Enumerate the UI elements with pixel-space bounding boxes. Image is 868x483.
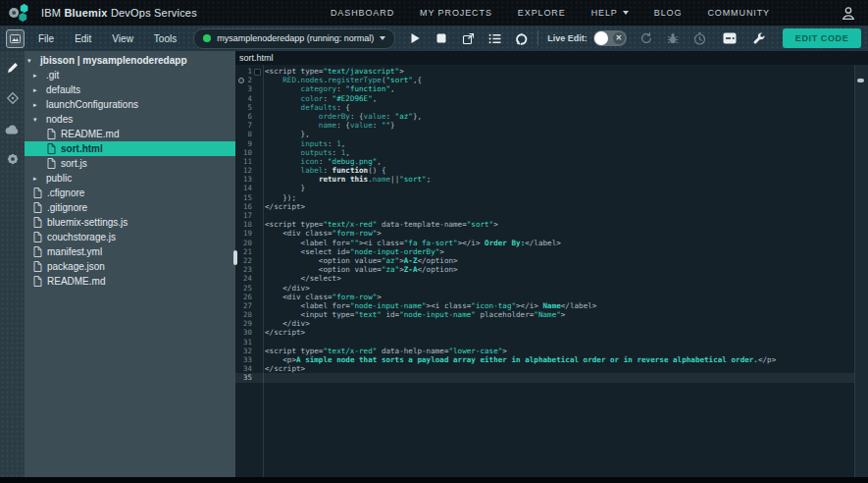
code-line[interactable]: 35 xyxy=(235,373,855,382)
code-line-text: }, xyxy=(265,130,310,138)
tree-item-.cfignore[interactable]: .cfignore xyxy=(25,186,235,200)
nav-link-explore[interactable]: EXPLORE xyxy=(518,8,566,18)
code-line[interactable]: 34</script> xyxy=(235,364,855,373)
tree-item-couchstorage.js[interactable]: couchstorage.js xyxy=(25,230,235,244)
tree-item-.git[interactable]: ▸.git xyxy=(25,68,235,82)
user-avatar-icon[interactable] xyxy=(841,5,856,21)
tree-item-readme.md[interactable]: README.md xyxy=(25,274,235,289)
code-line[interactable]: 30</script> xyxy=(235,328,855,337)
code-line[interactable]: 20 <label for=""><i class="fa fa-sort"><… xyxy=(235,239,855,247)
project-thumbnail-icon[interactable] xyxy=(6,29,25,48)
code-line[interactable]: 23 <option value="za">Z-A</option> xyxy=(235,265,855,274)
menu-tools[interactable]: Tools xyxy=(154,33,177,44)
nav-link-community[interactable]: COMMUNITY xyxy=(707,8,770,18)
refresh-icon[interactable] xyxy=(638,30,654,46)
code-line[interactable]: 16</script> xyxy=(235,202,855,211)
code-line[interactable]: 10 outputs: 1, xyxy=(235,148,855,157)
code-line[interactable]: 12 label: function() { xyxy=(235,166,855,175)
edit-code-button[interactable]: EDIT CODE xyxy=(783,28,861,48)
app-selector[interactable]: mysamplenoderedapp (running: normal) xyxy=(193,28,395,49)
code-line[interactable]: 15 }); xyxy=(235,193,855,202)
restart-button[interactable] xyxy=(513,30,529,46)
menu-edit[interactable]: Edit xyxy=(75,33,91,44)
edit-pencil-icon[interactable] xyxy=(5,60,21,76)
code-line[interactable]: 17 xyxy=(235,211,855,220)
nav-link-my-projects[interactable]: MY PROJECTS xyxy=(420,8,492,18)
code-line[interactable]: 19 <div class="form-row"> xyxy=(235,229,855,238)
code-line-text: <script type="text/x-red" data-help-name… xyxy=(265,347,507,355)
code-line[interactable]: 24 </select> xyxy=(235,274,855,283)
fold-marker-icon[interactable] xyxy=(254,69,261,76)
code-line[interactable]: 9 inputs: 1, xyxy=(235,139,855,148)
tree-item-nodes[interactable]: ▾nodes xyxy=(25,112,235,127)
tree-item-launchconfigurations[interactable]: ▸launchConfigurations xyxy=(25,97,235,112)
code-line[interactable]: 27 <label for="node-input-name"><i class… xyxy=(235,301,855,310)
code-line[interactable]: 7 name: {value: ""} xyxy=(235,121,855,130)
code-line[interactable]: 25 </div> xyxy=(235,284,855,293)
code-line[interactable]: 6 orderBy: {value: "az"}, xyxy=(235,112,855,121)
code-line[interactable]: 21 <select id="node-input-orderBy"> xyxy=(235,247,855,256)
tree-item-bluemix-settings.js[interactable]: bluemix-settings.js xyxy=(25,215,235,230)
toggle-off-icon: ✕ xyxy=(613,32,625,44)
tree-item-jbisson-mysamplenoderedapp[interactable]: ▾jbisson | mysamplenoderedapp xyxy=(25,53,235,68)
menu-view[interactable]: View xyxy=(112,33,133,44)
console-panel-icon[interactable] xyxy=(722,30,738,46)
overview-ruler[interactable] xyxy=(854,65,868,477)
tab-sort-html[interactable]: sort.html xyxy=(239,53,274,63)
code-line[interactable]: 14 } xyxy=(235,184,855,192)
nav-link-dashboard[interactable]: DASHBOARD xyxy=(331,8,394,18)
code-line[interactable]: 3 category: "function", xyxy=(235,84,855,93)
panel-splitter-handle[interactable] xyxy=(233,250,237,265)
code-line[interactable]: 29 </div> xyxy=(235,319,855,328)
line-number: 20 xyxy=(235,239,252,247)
ruler-annotation-marker[interactable] xyxy=(857,79,864,82)
stop-button[interactable] xyxy=(434,30,449,46)
code-line[interactable]: 5 defaults: { xyxy=(235,103,855,112)
menu-file[interactable]: File xyxy=(38,33,54,44)
code-line[interactable]: 1<script type="text/javascript"> xyxy=(235,67,855,76)
code-line[interactable]: 32<script type="text/x-red" data-help-na… xyxy=(235,347,855,355)
debug-bug-icon[interactable] xyxy=(665,30,681,46)
tree-item-sort.js[interactable]: sort.js xyxy=(25,156,235,171)
code-line[interactable]: 13 return this.name||"sort"; xyxy=(235,175,855,184)
code-line-text: icon: "debug.png", xyxy=(265,157,382,166)
wrench-icon[interactable] xyxy=(751,30,767,46)
code-line[interactable]: 22 <option value="az">A-Z</option> xyxy=(235,256,855,265)
chevron-collapsed-icon[interactable]: ▸ xyxy=(33,101,41,109)
ide-window: IBM Bluemix DevOps Services DASHBOARDMY … xyxy=(0,0,868,483)
chevron-collapsed-icon[interactable]: ▸ xyxy=(33,175,41,183)
tree-item-defaults[interactable]: ▸defaults xyxy=(25,82,235,97)
code-line[interactable]: 26 <div class="form-row"> xyxy=(235,293,855,301)
chevron-collapsed-icon[interactable]: ▸ xyxy=(33,86,41,94)
code-line[interactable]: 28 <input type="text" id="node-input-nam… xyxy=(235,310,855,319)
chevron-expanded-icon[interactable]: ▾ xyxy=(33,116,41,124)
tree-item-public[interactable]: ▸public xyxy=(25,171,235,186)
tree-item-.gitignore[interactable]: .gitignore xyxy=(25,200,235,215)
code-line[interactable]: 4 color: "#E2D96E", xyxy=(235,94,855,103)
code-line[interactable]: 18<script type="text/x-red" data-templat… xyxy=(235,220,855,229)
logs-list-button[interactable] xyxy=(486,30,502,46)
code-line[interactable]: 33 <p>A simple node that sorts a payload… xyxy=(235,355,855,364)
deploy-cloud-icon[interactable] xyxy=(5,121,21,136)
tree-item-package.json[interactable]: package.json xyxy=(25,259,235,274)
tree-item-sort.html[interactable]: sort.html xyxy=(25,141,235,156)
tree-item-label: launchConfigurations xyxy=(46,99,138,110)
chevron-expanded-icon[interactable]: ▾ xyxy=(27,57,35,65)
code-line[interactable]: 31 xyxy=(235,338,855,347)
chevron-collapsed-icon[interactable]: ▸ xyxy=(33,72,41,80)
code-line[interactable]: 11 icon: "debug.png", xyxy=(235,157,855,166)
tree-item-manifest.yml[interactable]: manifest.yml xyxy=(25,244,235,259)
live-edit-toggle[interactable]: ✕ xyxy=(593,30,627,46)
nav-link-help[interactable]: HELP xyxy=(591,8,629,18)
open-app-button[interactable] xyxy=(460,30,476,46)
code-editor[interactable]: 1<script type="text/javascript">2 RED.no… xyxy=(235,65,855,477)
brand: IBM Bluemix DevOps Services xyxy=(8,3,197,23)
code-line[interactable]: 2 RED.nodes.registerType("sort",{ xyxy=(235,76,855,84)
git-repository-icon[interactable] xyxy=(5,90,21,106)
timer-clock-icon[interactable] xyxy=(692,30,708,46)
play-button[interactable] xyxy=(407,30,423,46)
code-line[interactable]: 8 }, xyxy=(235,130,855,138)
rail-settings-gear-icon[interactable] xyxy=(5,151,21,167)
tree-item-readme.md[interactable]: README.md xyxy=(25,127,235,141)
nav-link-blog[interactable]: BLOG xyxy=(654,8,683,18)
